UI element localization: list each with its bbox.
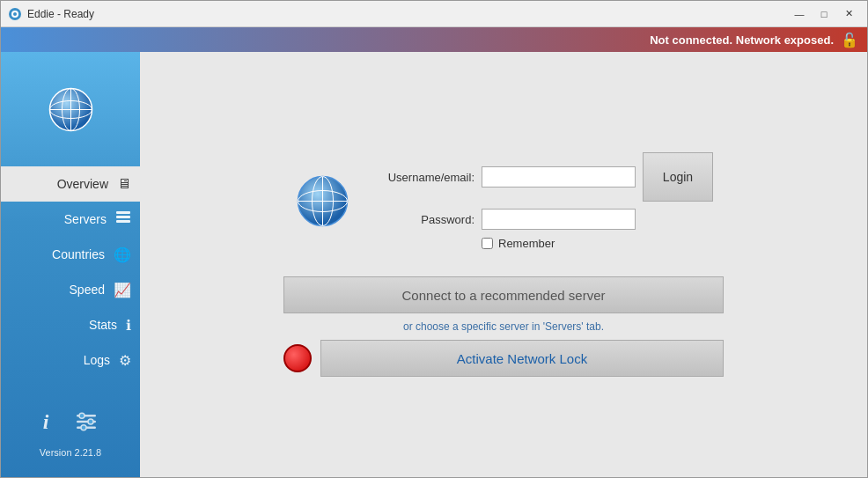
app-icon [8,7,22,21]
sidebar: Overview 🖥 Servers Cou [1,52,140,477]
servers-icon [115,210,131,229]
sidebar-item-speed[interactable]: Speed 📈 [1,272,140,307]
sidebar-item-countries[interactable]: Countries 🌐 [1,237,140,272]
sidebar-logo-area [1,52,140,166]
login-form-container: Username/email: Login Password: Remember [378,152,713,250]
svg-rect-8 [116,211,130,214]
title-bar: Eddie - Ready — □ ✕ [1,1,867,27]
close-button[interactable]: ✕ [837,5,860,23]
globe-icon: 🌐 [114,246,131,263]
info-icon: ℹ [126,317,131,334]
title-bar-controls: — □ ✕ [788,5,860,23]
remember-checkbox[interactable] [482,238,493,249]
password-label: Password: [378,213,474,226]
network-lock-button[interactable]: Activate Network Lock [320,340,724,377]
main-area: Overview 🖥 Servers Cou [1,52,867,477]
window-title: Eddie - Ready [27,8,94,20]
username-input[interactable] [482,166,636,188]
minimize-button[interactable]: — [788,5,811,23]
username-label: Username/email: [378,171,474,184]
svg-point-16 [81,425,86,430]
sidebar-item-stats[interactable]: Stats ℹ [1,307,140,342]
logs-label: Logs [84,353,110,367]
connect-section: Connect to a recommended server or choos… [283,276,724,333]
gear-icon: ⚙ [119,352,131,369]
stats-label: Stats [89,318,117,332]
lock-icon: 🔓 [841,32,858,48]
username-row: Username/email: Login [378,152,713,202]
login-form: Username/email: Login Password: Remember [378,152,713,250]
servers-label: Servers [64,212,107,226]
sidebar-item-overview[interactable]: Overview 🖥 [1,166,140,202]
sidebar-bottom-icons: i [43,410,99,438]
overview-label: Overview [57,177,108,191]
password-input[interactable] [482,209,636,230]
speed-label: Speed [70,283,105,297]
svg-rect-9 [116,216,130,218]
or-text: or choose a specific server in 'Servers'… [403,320,604,333]
sidebar-item-servers[interactable]: Servers [1,202,140,237]
svg-point-2 [13,12,17,16]
svg-point-14 [79,413,85,418]
remember-label: Remember [498,237,555,250]
countries-label: Countries [52,247,105,261]
network-lock-section: Activate Network Lock [283,340,724,377]
red-indicator[interactable] [283,344,312,372]
airvpn-logo-sidebar [47,85,95,134]
info-bottom-icon[interactable]: i [43,410,49,438]
airvpn-logo-main [294,173,351,230]
login-button[interactable]: Login [643,152,713,202]
main-window: Eddie - Ready — □ ✕ Not connected. Netwo… [0,0,868,478]
title-bar-left: Eddie - Ready [8,7,94,21]
monitor-icon: 🖥 [117,176,131,192]
settings-bottom-icon[interactable] [75,410,98,438]
svg-point-15 [88,419,93,424]
status-bar: Not connected. Network exposed. 🔓 [1,27,867,52]
chart-icon: 📈 [114,282,131,298]
remember-row: Remember [482,237,713,250]
content-area: Username/email: Login Password: Remember [140,52,867,477]
version-label: Version 2.21.8 [40,447,101,458]
sidebar-bottom: i Version 2.21.8 [1,398,140,477]
password-row: Password: [378,209,713,230]
status-text: Not connected. Network exposed. [650,33,834,47]
connect-button[interactable]: Connect to a recommended server [283,276,724,313]
svg-rect-10 [116,220,130,223]
sidebar-item-logs[interactable]: Logs ⚙ [1,342,140,378]
login-section: Username/email: Login Password: Remember [294,152,713,250]
maximize-button[interactable]: □ [813,5,835,23]
sidebar-nav: Overview 🖥 Servers Cou [1,166,140,398]
